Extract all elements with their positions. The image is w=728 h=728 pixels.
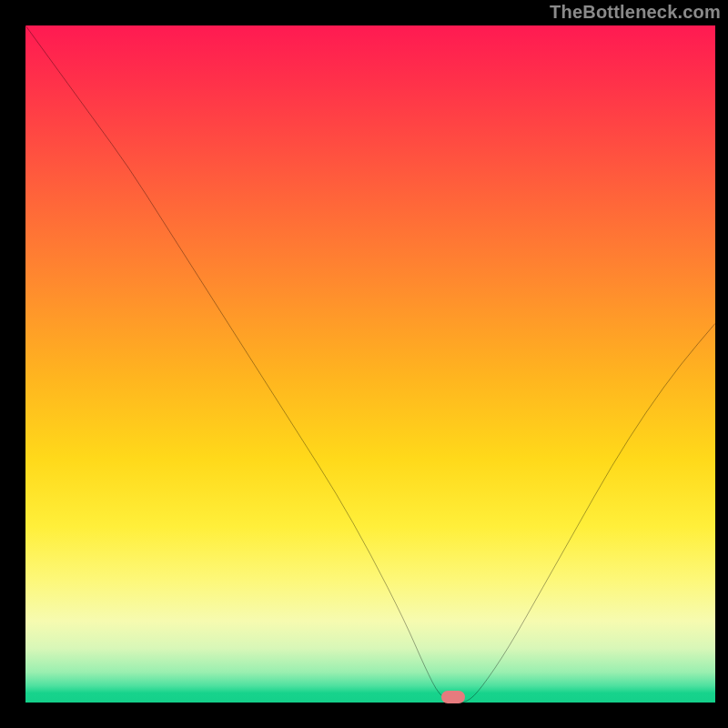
watermark-text: TheBottleneck.com [550, 2, 721, 23]
curve-path [25, 25, 715, 703]
optimal-marker [441, 691, 465, 703]
bottleneck-curve [25, 25, 715, 703]
chart-frame: TheBottleneck.com [0, 0, 728, 728]
plot-area [25, 25, 715, 703]
